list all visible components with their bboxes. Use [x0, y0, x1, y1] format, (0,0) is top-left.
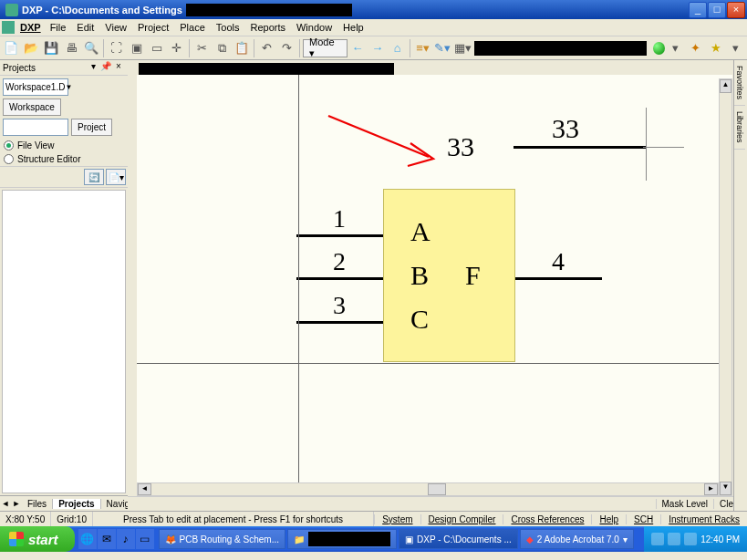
vertical-scrollbar[interactable]: ▲ ▼ [719, 78, 732, 496]
menu-view[interactable]: View [99, 22, 132, 33]
mode-dropdown[interactable]: Mode ▾ [303, 39, 348, 57]
tab-libraries[interactable]: Libraries [734, 106, 745, 150]
pin-2-line[interactable] [296, 277, 383, 280]
pin-33-line[interactable] [514, 146, 646, 149]
panel-pin-icon[interactable]: 📌 [99, 61, 112, 74]
tab-files[interactable]: Files [22, 499, 53, 509]
tray-icon-2[interactable] [668, 533, 680, 545]
task-acrobat[interactable]: ◆ 2 Adobe Acrobat 7.0 ▾ [520, 529, 634, 549]
project-combo[interactable] [3, 119, 68, 136]
component-body[interactable] [383, 189, 515, 362]
open-button[interactable]: 📂 [22, 38, 41, 58]
menu-place[interactable]: Place [174, 22, 211, 33]
structure-editor-radio[interactable]: Structure Editor [0, 152, 128, 166]
window-title: DXP - C:\Documents and Settings [22, 5, 182, 16]
tool-compass-icon[interactable]: ✦ [686, 38, 705, 58]
project-tree[interactable] [2, 190, 126, 493]
menu-tools[interactable]: Tools [211, 22, 245, 33]
panel-dropdown-icon[interactable]: ▾ [87, 61, 99, 74]
print-button[interactable]: 🖶 [62, 38, 81, 58]
start-button[interactable]: start [0, 526, 75, 552]
tray-icon-1[interactable] [651, 533, 664, 545]
schematic-canvas[interactable]: 1 2 3 4 A B C F 33 33 [137, 75, 732, 482]
tab-scroll-right[interactable]: ► [11, 499, 22, 508]
status-hint: Press Tab to edit at placement - Press F… [93, 512, 374, 526]
orb-dropdown[interactable]: ▾ [666, 38, 685, 58]
file-view-label: File View [17, 140, 54, 150]
status-sch[interactable]: SCH [626, 514, 660, 524]
chevron-down-icon: ▼ [65, 83, 72, 91]
tab-scroll-left[interactable]: ◄ [0, 499, 11, 508]
zoom-fit-button[interactable]: ▣ [127, 38, 146, 58]
horizontal-scrollbar[interactable]: ◄ ► [137, 482, 719, 496]
scroll-left-button[interactable]: ◄ [138, 483, 151, 495]
status-cross-refs[interactable]: Cross References [503, 514, 591, 524]
zoom-area-button[interactable]: ⛶ [107, 38, 126, 58]
nav-left-button[interactable]: ← [348, 38, 368, 58]
preview-button[interactable]: 🔍 [82, 38, 101, 58]
undo-button[interactable]: ↶ [257, 38, 276, 58]
redo-button[interactable]: ↷ [277, 38, 296, 58]
nav-home-button[interactable]: ⌂ [388, 38, 407, 58]
task-firefox[interactable]: 🦊 PCB Routing & Schem... [159, 529, 286, 549]
mask-level-button[interactable]: Mask Level [656, 499, 714, 509]
status-instrument[interactable]: Instrument Racks [660, 514, 747, 524]
project-button[interactable]: Project [71, 119, 112, 136]
titlebar: DXP - C:\Documents and Settings _ □ × [0, 0, 747, 19]
workspace-combo[interactable]: Workspace1.D ▼ [3, 78, 68, 96]
menu-dxp[interactable]: DXP [20, 22, 41, 33]
ql-desktop-icon[interactable]: ▭ [136, 529, 154, 549]
refresh-button[interactable]: 🔄 [84, 169, 104, 185]
pin-3-line[interactable] [296, 321, 383, 324]
scroll-up-button[interactable]: ▲ [720, 79, 731, 93]
close-button[interactable]: × [727, 2, 745, 18]
file-dd-button[interactable]: 📄▾ [106, 169, 126, 185]
tab-projects[interactable]: Projects [53, 499, 100, 509]
tray-icon-3[interactable] [684, 533, 697, 545]
clock: 12:40 PM [700, 534, 740, 544]
task-explorer[interactable]: 📁 [287, 529, 397, 549]
save-button[interactable]: 💾 [42, 38, 61, 58]
tool-star-icon[interactable]: ★ [706, 38, 725, 58]
ql-mail-icon[interactable]: ✉ [98, 529, 116, 549]
new-button[interactable]: 📄 [2, 38, 21, 58]
menu-edit[interactable]: Edit [71, 22, 99, 33]
cross-probe-button[interactable]: ✛ [167, 38, 186, 58]
doc-tab-redacted[interactable] [139, 63, 394, 76]
zoom-selected-button[interactable]: ▭ [147, 38, 166, 58]
place-part-button[interactable]: ✎▾ [433, 38, 452, 58]
nav-right-button[interactable]: → [368, 38, 387, 58]
pin-4-line[interactable] [515, 277, 602, 280]
ql-music-icon[interactable]: ♪ [117, 529, 135, 549]
copy-button[interactable]: ⧉ [213, 38, 232, 58]
tab-favorites[interactable]: Favorites [734, 60, 745, 106]
system-tray[interactable]: 12:40 PM [644, 526, 747, 552]
ql-ie-icon[interactable]: 🌐 [78, 529, 97, 549]
grid-button[interactable]: ▦▾ [453, 38, 472, 58]
panel-close-icon[interactable]: × [112, 61, 125, 74]
cut-button[interactable]: ✂ [192, 38, 212, 58]
workspace-button[interactable]: Workspace [3, 99, 61, 116]
task-dxp[interactable]: ▣ DXP - C:\Documents ... [399, 529, 518, 549]
file-view-radio[interactable]: File View [0, 139, 128, 152]
menu-help[interactable]: Help [337, 22, 369, 33]
menu-file[interactable]: File [45, 22, 72, 33]
menu-window[interactable]: Window [291, 22, 337, 33]
tool-star-dd[interactable]: ▾ [726, 38, 745, 58]
structure-editor-label: Structure Editor [17, 154, 80, 164]
scroll-down-button[interactable]: ▼ [720, 482, 731, 495]
menu-app-icon [2, 21, 15, 34]
scroll-right-button[interactable]: ► [704, 483, 718, 495]
scroll-thumb[interactable] [428, 483, 446, 495]
status-system[interactable]: System [374, 514, 420, 524]
maximize-button[interactable]: □ [708, 2, 726, 18]
status-help[interactable]: Help [591, 514, 626, 524]
minimize-button[interactable]: _ [689, 2, 707, 18]
menu-reports[interactable]: Reports [244, 22, 291, 33]
menu-project[interactable]: Project [132, 22, 174, 33]
place-net-button[interactable]: ≡▾ [413, 38, 432, 58]
radio-unchecked-icon [4, 154, 14, 164]
pin-1-line[interactable] [296, 234, 383, 237]
paste-button[interactable]: 📋 [233, 38, 252, 58]
status-design-compiler[interactable]: Design Compiler [420, 514, 503, 524]
